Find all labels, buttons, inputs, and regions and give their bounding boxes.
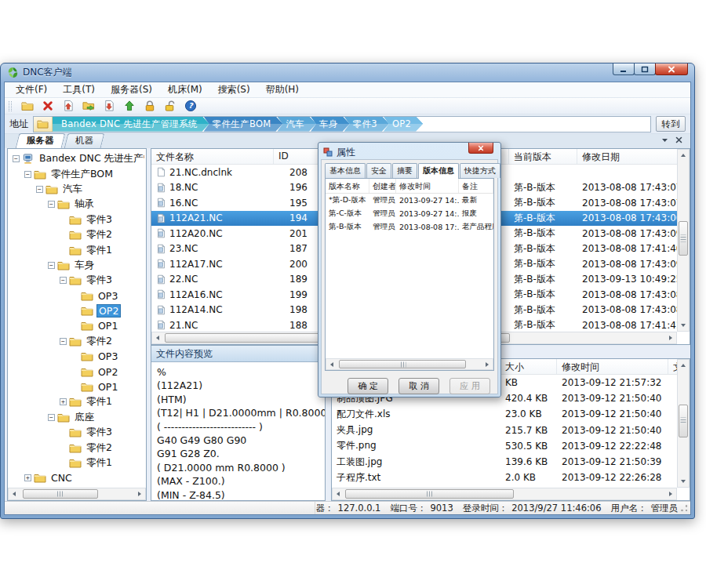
attachment-row[interactable]: 子程序.txt2.0 KB2013-09-12 22:26:28 [332, 470, 677, 485]
attachment-column-header[interactable]: 大小 [500, 359, 557, 374]
scroll-left-button[interactable] [326, 359, 337, 370]
menu-search[interactable]: 搜索(S) [210, 82, 258, 98]
tree-expander[interactable]: + [60, 398, 67, 405]
tree-expander[interactable]: − [48, 262, 55, 269]
files-vertical-scrollbar[interactable] [677, 149, 690, 332]
resize-grip[interactable] [680, 504, 689, 513]
tree-node[interactable]: 零件1 [9, 456, 144, 470]
scroll-left-button[interactable] [9, 488, 20, 499]
help-button[interactable]: ? [183, 99, 198, 113]
version-column-header[interactable]: 版本名称 [326, 179, 369, 193]
tree-node[interactable]: −零件3 [9, 273, 144, 288]
checkout-button[interactable] [101, 99, 116, 113]
scroll-right-button[interactable] [482, 359, 493, 370]
attachment-row[interactable]: 工装图.jpg139.6 KB2013-09-12 21:50:39 [332, 454, 677, 470]
menu-server[interactable]: 服务器(S) [103, 82, 160, 98]
breadcrumb-segment[interactable]: 车身 [311, 117, 350, 132]
tree-node[interactable]: +零件1 [9, 394, 144, 409]
new-folder-button[interactable] [20, 99, 35, 113]
scroll-right-button[interactable] [665, 332, 676, 343]
tree-node[interactable]: −轴承 [9, 197, 144, 212]
file-column-header[interactable]: 修改日期 [577, 149, 690, 164]
scroll-thumb[interactable] [23, 489, 98, 499]
version-column-header[interactable]: 创建者 [369, 179, 396, 193]
panel-close-icon[interactable] [675, 136, 682, 143]
scroll-thumb[interactable] [339, 360, 466, 368]
breadcrumb-segment[interactable]: 零件3 [344, 117, 389, 132]
menu-file[interactable]: 文件(F) [8, 82, 55, 98]
open-folder-button[interactable] [81, 99, 96, 113]
scroll-down-button[interactable] [678, 476, 689, 487]
tree-node[interactable]: OP3 [9, 349, 144, 364]
ok-button[interactable]: 确 定 [348, 378, 388, 394]
scroll-thumb[interactable] [679, 221, 688, 256]
breadcrumb-segment[interactable]: Bandex DNC 先进生产管理系统 [53, 117, 209, 132]
delete-button[interactable] [40, 99, 55, 113]
tree-expander[interactable]: − [60, 338, 67, 345]
version-column-header[interactable]: 备注 [459, 179, 493, 193]
attachment-row[interactable]: 零件.png530.5 KB2013-09-12 22:22:48 [332, 438, 677, 454]
checkin-button[interactable] [60, 99, 75, 113]
tree-expander[interactable]: − [60, 277, 67, 284]
tree-node[interactable]: OP1 [9, 318, 144, 333]
scroll-left-button[interactable] [152, 332, 163, 343]
tree-node[interactable]: −底座 [9, 410, 144, 425]
scroll-thumb[interactable] [679, 405, 688, 437]
tree-horizontal-scrollbar[interactable] [8, 488, 146, 500]
tree-expander[interactable]: + [24, 474, 31, 481]
tree-expander[interactable]: − [24, 171, 31, 178]
version-row[interactable]: 第-C-版本管理员2013-09-27 14:...报废 [326, 207, 493, 220]
tree-node[interactable]: +CNC [9, 470, 144, 485]
breadcrumb-segment[interactable]: 汽车 [277, 117, 316, 132]
titlebar[interactable]: DNC客户端 [1, 64, 694, 82]
tree-expander[interactable]: − [13, 155, 20, 162]
version-row[interactable]: 第-B-版本管理员2013-08-08 17:...老产品程序 [326, 220, 493, 234]
breadcrumb-folder[interactable] [34, 117, 53, 132]
attachments-vertical-scrollbar[interactable] [677, 359, 690, 488]
tree-expander[interactable]: − [36, 186, 43, 193]
tree-node[interactable]: −Bandex DNC 先进生产管理系统 [9, 151, 144, 166]
menu-machine[interactable]: 机床(M) [160, 82, 210, 98]
dialog-tab-5[interactable]: 快捷方式 [460, 163, 500, 178]
attachments-horizontal-scrollbar[interactable] [332, 488, 677, 500]
dialog-tab-2[interactable]: 安全 [366, 163, 391, 178]
attachment-column-header[interactable]: 修改时间 [557, 359, 668, 374]
tree-node[interactable]: 零件2 [9, 227, 144, 242]
scroll-right-button[interactable] [665, 488, 676, 499]
toolbar-grip[interactable] [9, 101, 12, 111]
scroll-right-button[interactable] [134, 488, 145, 499]
menu-help[interactable]: 帮助(H) [258, 82, 307, 98]
tree-node[interactable]: 零件3 [9, 425, 144, 440]
scroll-thumb[interactable] [345, 489, 514, 499]
tree-node[interactable]: OP2 [9, 364, 144, 379]
unlock-button[interactable] [162, 99, 177, 113]
close-button[interactable] [655, 64, 688, 75]
send-button[interactable] [122, 99, 136, 113]
tab-servers[interactable]: 服务器 [16, 133, 65, 148]
tab-machines[interactable]: 机器 [64, 133, 104, 148]
dialog-tab-1[interactable]: 基本信息 [325, 163, 366, 178]
scroll-up-button[interactable] [678, 150, 689, 161]
tree-node[interactable]: 零件2 [9, 440, 144, 455]
tree-node[interactable]: 零件3 [9, 212, 144, 227]
file-column-header[interactable]: 当前版本 [509, 149, 577, 164]
dialog-tab-4[interactable]: 版本信息 [418, 163, 459, 179]
tree-node[interactable]: OP1 [9, 379, 144, 394]
tree-expander[interactable]: − [48, 414, 55, 421]
file-column-header[interactable]: 文件名称 [151, 149, 274, 164]
tree-node[interactable]: 零件1 [9, 242, 144, 257]
scroll-left-button[interactable] [333, 488, 344, 499]
tree-node[interactable]: −零件2 [9, 334, 144, 349]
scroll-up-button[interactable] [678, 360, 689, 371]
version-column-header[interactable]: 修改时间 [396, 179, 459, 193]
tree-node[interactable]: −零件生产BOM [9, 166, 144, 181]
dialog-close-button[interactable] [468, 143, 493, 154]
tree-node[interactable]: −汽车 [9, 182, 144, 197]
tree-expander[interactable]: − [48, 201, 55, 208]
maximize-button[interactable] [634, 64, 656, 75]
tree-node[interactable]: OP3 [9, 289, 144, 303]
lock-button[interactable] [142, 99, 157, 113]
breadcrumb-segment[interactable]: 零件生产BOM [204, 117, 283, 132]
dialog-tab-3[interactable]: 摘要 [392, 163, 417, 178]
dialog-horizontal-scrollbar[interactable] [326, 358, 493, 370]
